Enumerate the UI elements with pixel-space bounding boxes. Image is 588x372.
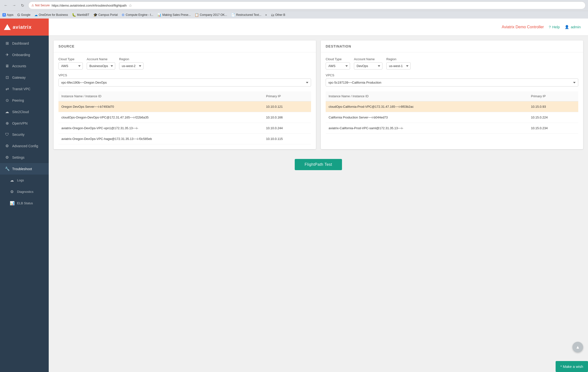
sidebar-item-transit-vpc[interactable]: ⇄ Transit VPC (0, 83, 49, 95)
source-col-ip: Primary IP (263, 91, 311, 101)
admin-icon: 👤 (565, 25, 569, 29)
controller-name: Aviatrix Demo Controller (502, 25, 544, 29)
admin-button[interactable]: 👤 admin (565, 25, 581, 29)
diagnostics-icon: ⚙ (10, 189, 14, 194)
primary-ip: 10.10.0.115 (263, 134, 311, 144)
table-row[interactable]: cloudOps-Oregon-DevOps-VPC@172.31.47.165… (58, 112, 311, 123)
sidebar-item-peering[interactable]: ⊙ Peering (0, 95, 49, 106)
bookmark-google-label: Google (21, 13, 31, 17)
primary-ip: 10.15.0.234 (528, 123, 578, 134)
troubleshoot-icon: 🔧 (5, 166, 9, 171)
help-button[interactable]: ? Help (549, 25, 560, 29)
main-content: SOURCE Cloud Type AWS GCP Azure (49, 36, 588, 372)
bookmark-other-label: Other B (275, 13, 285, 17)
gateway-icon: ⊡ (5, 75, 9, 80)
bookmark-mantis[interactable]: 🐛 MantisBT (72, 13, 89, 17)
sidebar-item-onboarding[interactable]: ✈ Onboarding (0, 49, 49, 60)
destination-cloud-type-select[interactable]: AWS GCP Azure (326, 62, 350, 69)
table-row[interactable]: Oregon DevOps Server~~i-b7493d70 10.10.0… (58, 101, 311, 112)
not-secure-text: Not Secure (35, 4, 50, 7)
sidebar-item-openvpn[interactable]: ⊕ OpenVPN (0, 118, 49, 129)
warning-icon: ⚠ (32, 4, 34, 7)
bookmark-sales[interactable]: 📊 Making Sales Prese... (157, 13, 191, 17)
make-wish-container: * Make a wish (556, 361, 588, 372)
sidebar: aviatrix ⊞ Dashboard ✈ Onboarding 🖥 Acco… (0, 19, 49, 372)
destination-region-select[interactable]: us-west-2 us-west-1 us-east-1 (386, 62, 411, 69)
sidebar-item-logs[interactable]: ☁ Logs (0, 175, 49, 186)
destination-vpcs-section: VPCS vpc-5c197139~~California Production (326, 73, 578, 87)
forward-button[interactable]: → (11, 2, 18, 9)
source-account-name-label: Account Name (87, 57, 115, 61)
onboarding-icon: ✈ (5, 52, 9, 57)
table-row[interactable]: cloudOps-California-Prod-VPC@172.31.47.1… (326, 101, 578, 112)
bookmark-more[interactable]: » (265, 13, 267, 17)
instance-name: California Production Server~~i-b044ed73 (326, 112, 528, 123)
source-region-group: Region us-west-2 us-west-1 us-east-1 (119, 57, 144, 69)
destination-col-instance: Instance Name / Instance ID (326, 91, 528, 101)
primary-ip: 10.10.0.166 (263, 112, 311, 123)
destination-cloud-type-group: Cloud Type AWS GCP Azure (326, 57, 350, 69)
make-wish-button[interactable]: * Make a wish (556, 361, 588, 372)
bookmark-google[interactable]: G Google (17, 13, 31, 17)
app-container: aviatrix ⊞ Dashboard ✈ Onboarding 🖥 Acco… (0, 19, 588, 372)
site2cloud-icon: ☁ (5, 109, 9, 114)
destination-panel-header: DESTINATION (321, 41, 583, 52)
bookmark-other[interactable]: 🗂 Other B (271, 13, 285, 17)
bookmark-compute[interactable]: ⚙ Compute Engine - I... (122, 13, 153, 17)
bookmarks-bar: A Apps G Google ☁ OneDrive for Business … (0, 11, 588, 19)
sidebar-item-elb-status[interactable]: 📊 ELB Status (0, 197, 49, 209)
logo: aviatrix (4, 24, 32, 30)
flightpath-test-button[interactable]: FlightPath Test (295, 159, 342, 170)
source-col-instance: Instance Name / Instance ID (58, 91, 263, 101)
sidebar-item-label-logs: Logs (17, 178, 24, 182)
table-row[interactable]: aviatrix-Oregon-DevOps-VPC-hagw@172.31.3… (58, 134, 311, 144)
table-row[interactable]: California Production Server~~i-b044ed73… (326, 112, 578, 123)
sidebar-item-accounts[interactable]: 🖥 Accounts (0, 60, 49, 72)
destination-col-ip: Primary IP (528, 91, 578, 101)
destination-form-row: Cloud Type AWS GCP Azure Account Name (326, 57, 578, 69)
bookmark-icon[interactable]: ☆ (129, 3, 132, 8)
destination-panel-body: Cloud Type AWS GCP Azure Account Name (321, 52, 583, 139)
sidebar-header: aviatrix (0, 19, 49, 36)
bookmark-compute-label: Compute Engine - I... (126, 13, 153, 17)
source-account-name-group: Account Name BusinessOps DevOps (87, 57, 115, 69)
scroll-top-button[interactable]: ▲ (572, 342, 583, 352)
settings-icon: ⚙ (5, 155, 9, 160)
admin-label: admin (571, 25, 581, 29)
table-row[interactable]: aviatrix-California-Prod-VPC-saml@172.31… (326, 123, 578, 134)
dashboard-icon: ⊞ (5, 41, 9, 46)
bookmark-campus[interactable]: 🎓 Campus Portal (93, 13, 118, 17)
bookmark-restructured[interactable]: 📄 Restructured Text... (231, 13, 261, 17)
source-account-name-select[interactable]: BusinessOps DevOps (87, 62, 115, 69)
source-instance-table: Instance Name / Instance ID Primary IP O… (58, 91, 311, 144)
destination-account-name-select[interactable]: BusinessOps DevOps (354, 62, 382, 69)
destination-vpcs-select[interactable]: vpc-5c197139~~California Production (326, 78, 578, 87)
bookmark-apps[interactable]: A Apps (2, 13, 13, 17)
sidebar-item-dashboard[interactable]: ⊞ Dashboard (0, 38, 49, 49)
sidebar-item-label-accounts: Accounts (12, 64, 26, 68)
primary-ip: 10.15.0.224 (528, 112, 578, 123)
sidebar-item-site2cloud[interactable]: ☁ Site2Cloud (0, 106, 49, 118)
sidebar-item-troubleshoot[interactable]: 🔧 Troubleshoot (0, 163, 49, 175)
back-button[interactable]: ← (2, 2, 9, 9)
sidebar-item-label-peering: Peering (12, 98, 24, 102)
source-region-select[interactable]: us-west-2 us-west-1 us-east-1 (119, 62, 144, 69)
destination-panel: DESTINATION Cloud Type AWS GCP Azure (321, 41, 583, 149)
bookmark-apps-label: Apps (7, 13, 13, 17)
primary-ip: 10.10.0.244 (263, 123, 311, 134)
refresh-button[interactable]: ↻ (19, 2, 26, 9)
source-vpcs-select[interactable]: vpc-6fec190b~~Oregon DevOps (58, 78, 311, 87)
sidebar-item-gateway[interactable]: ⊡ Gateway (0, 72, 49, 83)
address-bar[interactable]: ⚠ Not Secure https://demo.aviatrixtest.c… (28, 1, 586, 9)
sidebar-item-settings[interactable]: ⚙ Settings (0, 152, 49, 163)
sidebar-item-advanced-config[interactable]: ⚙ Advanced Config (0, 140, 49, 152)
bookmark-company-label: Company 2017 OK... (200, 13, 227, 17)
bookmark-company[interactable]: 📋 Company 2017 OK... (195, 13, 227, 17)
sidebar-item-diagnostics[interactable]: ⚙ Diagnostics (0, 186, 49, 197)
table-row[interactable]: aviatrix-Oregon-DevOps-VPC-vpn1@172.31.3… (58, 123, 311, 134)
source-cloud-type-select[interactable]: AWS GCP Azure (58, 62, 83, 69)
source-cloud-type-group: Cloud Type AWS GCP Azure (58, 57, 83, 69)
sidebar-item-security[interactable]: 🛡 Security (0, 129, 49, 140)
bookmark-onedrive[interactable]: ☁ OneDrive for Business (34, 13, 68, 17)
bookmark-restructured-label: Restructured Text... (236, 13, 261, 17)
